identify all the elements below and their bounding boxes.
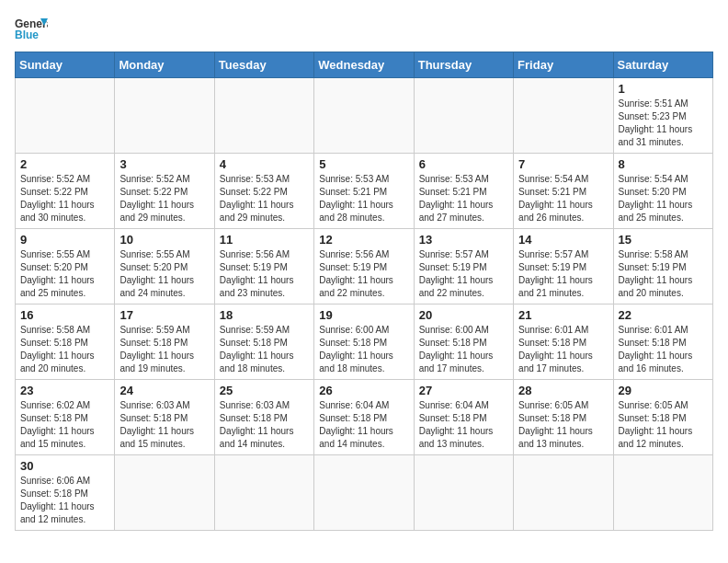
day-number: 4 (220, 157, 309, 171)
calendar-cell: 5Sunrise: 5:53 AM Sunset: 5:21 PM Daylig… (314, 154, 414, 229)
weekday-header-monday: Monday (115, 52, 214, 78)
calendar-cell: 1Sunrise: 5:51 AM Sunset: 5:23 PM Daylig… (613, 78, 712, 154)
logo-icon: General Blue (15, 15, 48, 40)
calendar-cell (214, 78, 313, 154)
day-info: Sunrise: 6:03 AM Sunset: 5:18 PM Dayligh… (119, 399, 209, 451)
week-row-4: 16Sunrise: 5:58 AM Sunset: 5:18 PM Dayli… (16, 304, 713, 380)
calendar-cell (115, 455, 214, 531)
day-info: Sunrise: 6:02 AM Sunset: 5:18 PM Dayligh… (20, 399, 109, 451)
day-info: Sunrise: 5:56 AM Sunset: 5:19 PM Dayligh… (319, 248, 408, 300)
day-number: 21 (518, 308, 608, 322)
day-number: 20 (419, 308, 508, 322)
day-info: Sunrise: 6:05 AM Sunset: 5:18 PM Dayligh… (619, 399, 708, 451)
calendar-cell: 27Sunrise: 6:04 AM Sunset: 5:18 PM Dayli… (414, 380, 513, 455)
day-info: Sunrise: 5:53 AM Sunset: 5:21 PM Dayligh… (319, 173, 408, 224)
day-info: Sunrise: 6:01 AM Sunset: 5:18 PM Dayligh… (619, 324, 708, 375)
day-number: 25 (220, 384, 309, 397)
week-row-5: 23Sunrise: 6:02 AM Sunset: 5:18 PM Dayli… (16, 380, 713, 455)
calendar-cell: 6Sunrise: 5:53 AM Sunset: 5:21 PM Daylig… (414, 154, 513, 229)
calendar-cell: 25Sunrise: 6:03 AM Sunset: 5:18 PM Dayli… (214, 380, 313, 455)
day-info: Sunrise: 5:57 AM Sunset: 5:19 PM Dayligh… (518, 248, 608, 300)
calendar-cell: 7Sunrise: 5:54 AM Sunset: 5:21 PM Daylig… (514, 154, 613, 229)
calendar-cell (514, 455, 613, 531)
calendar-cell (613, 455, 712, 531)
calendar-cell: 21Sunrise: 6:01 AM Sunset: 5:18 PM Dayli… (514, 304, 613, 380)
day-number: 3 (119, 157, 209, 171)
calendar-cell: 10Sunrise: 5:55 AM Sunset: 5:20 PM Dayli… (115, 229, 214, 304)
calendar-cell (314, 455, 414, 531)
calendar-cell (16, 78, 115, 154)
page-header: General Blue (15, 15, 713, 40)
week-row-1: 1Sunrise: 5:51 AM Sunset: 5:23 PM Daylig… (16, 78, 713, 154)
calendar-table: SundayMondayTuesdayWednesdayThursdayFrid… (15, 52, 713, 531)
week-row-3: 9Sunrise: 5:55 AM Sunset: 5:20 PM Daylig… (16, 229, 713, 304)
day-info: Sunrise: 6:00 AM Sunset: 5:18 PM Dayligh… (419, 324, 508, 375)
day-info: Sunrise: 5:59 AM Sunset: 5:18 PM Dayligh… (119, 324, 209, 375)
day-info: Sunrise: 6:06 AM Sunset: 5:18 PM Dayligh… (20, 475, 109, 526)
calendar-cell: 8Sunrise: 5:54 AM Sunset: 5:20 PM Daylig… (613, 154, 712, 229)
calendar-cell: 20Sunrise: 6:00 AM Sunset: 5:18 PM Dayli… (414, 304, 513, 380)
day-number: 23 (20, 384, 109, 397)
weekday-header-saturday: Saturday (613, 52, 712, 78)
calendar-cell: 3Sunrise: 5:52 AM Sunset: 5:22 PM Daylig… (115, 154, 214, 229)
day-info: Sunrise: 5:59 AM Sunset: 5:18 PM Dayligh… (220, 324, 309, 375)
day-info: Sunrise: 5:52 AM Sunset: 5:22 PM Dayligh… (20, 173, 109, 224)
day-info: Sunrise: 5:58 AM Sunset: 5:18 PM Dayligh… (20, 324, 109, 375)
day-number: 12 (319, 233, 408, 247)
calendar-cell (115, 78, 214, 154)
day-info: Sunrise: 5:51 AM Sunset: 5:23 PM Dayligh… (619, 98, 708, 149)
day-number: 8 (619, 157, 708, 171)
calendar-cell: 17Sunrise: 5:59 AM Sunset: 5:18 PM Dayli… (115, 304, 214, 380)
calendar-cell (314, 78, 414, 154)
calendar-cell (414, 455, 513, 531)
calendar-cell (214, 455, 313, 531)
day-number: 30 (20, 459, 109, 473)
day-number: 14 (518, 233, 608, 247)
calendar-cell: 19Sunrise: 6:00 AM Sunset: 5:18 PM Dayli… (314, 304, 414, 380)
day-info: Sunrise: 6:05 AM Sunset: 5:18 PM Dayligh… (518, 399, 608, 451)
weekday-header-friday: Friday (514, 52, 613, 78)
calendar-cell: 24Sunrise: 6:03 AM Sunset: 5:18 PM Dayli… (115, 380, 214, 455)
calendar-cell: 2Sunrise: 5:52 AM Sunset: 5:22 PM Daylig… (16, 154, 115, 229)
calendar-cell: 15Sunrise: 5:58 AM Sunset: 5:19 PM Dayli… (613, 229, 712, 304)
day-number: 10 (119, 233, 209, 247)
calendar-cell: 28Sunrise: 6:05 AM Sunset: 5:18 PM Dayli… (514, 380, 613, 455)
day-number: 5 (319, 157, 408, 171)
weekday-header-row: SundayMondayTuesdayWednesdayThursdayFrid… (16, 52, 713, 78)
logo: General Blue (15, 15, 51, 40)
weekday-header-tuesday: Tuesday (214, 52, 313, 78)
day-info: Sunrise: 6:01 AM Sunset: 5:18 PM Dayligh… (518, 324, 608, 375)
calendar-cell: 11Sunrise: 5:56 AM Sunset: 5:19 PM Dayli… (214, 229, 313, 304)
day-number: 27 (419, 384, 508, 397)
day-number: 7 (518, 157, 608, 171)
calendar-cell: 23Sunrise: 6:02 AM Sunset: 5:18 PM Dayli… (16, 380, 115, 455)
day-info: Sunrise: 5:53 AM Sunset: 5:22 PM Dayligh… (220, 173, 309, 224)
day-info: Sunrise: 5:56 AM Sunset: 5:19 PM Dayligh… (220, 248, 309, 300)
day-number: 13 (419, 233, 508, 247)
day-info: Sunrise: 5:58 AM Sunset: 5:19 PM Dayligh… (619, 248, 708, 300)
day-info: Sunrise: 5:57 AM Sunset: 5:19 PM Dayligh… (419, 248, 508, 300)
calendar-cell: 16Sunrise: 5:58 AM Sunset: 5:18 PM Dayli… (16, 304, 115, 380)
calendar-cell: 30Sunrise: 6:06 AM Sunset: 5:18 PM Dayli… (16, 455, 115, 531)
calendar-cell: 14Sunrise: 5:57 AM Sunset: 5:19 PM Dayli… (514, 229, 613, 304)
day-info: Sunrise: 6:03 AM Sunset: 5:18 PM Dayligh… (220, 399, 309, 451)
day-number: 1 (619, 82, 708, 96)
calendar-cell: 13Sunrise: 5:57 AM Sunset: 5:19 PM Dayli… (414, 229, 513, 304)
day-info: Sunrise: 5:55 AM Sunset: 5:20 PM Dayligh… (20, 248, 109, 300)
day-number: 22 (619, 308, 708, 322)
weekday-header-wednesday: Wednesday (314, 52, 414, 78)
day-info: Sunrise: 6:00 AM Sunset: 5:18 PM Dayligh… (319, 324, 408, 375)
day-number: 19 (319, 308, 408, 322)
day-info: Sunrise: 6:04 AM Sunset: 5:18 PM Dayligh… (419, 399, 508, 451)
day-number: 16 (20, 308, 109, 322)
day-number: 11 (220, 233, 309, 247)
calendar-cell: 22Sunrise: 6:01 AM Sunset: 5:18 PM Dayli… (613, 304, 712, 380)
day-info: Sunrise: 5:55 AM Sunset: 5:20 PM Dayligh… (119, 248, 209, 300)
day-number: 29 (619, 384, 708, 397)
calendar-cell: 4Sunrise: 5:53 AM Sunset: 5:22 PM Daylig… (214, 154, 313, 229)
day-number: 24 (119, 384, 209, 397)
week-row-6: 30Sunrise: 6:06 AM Sunset: 5:18 PM Dayli… (16, 455, 713, 531)
calendar-cell (514, 78, 613, 154)
day-number: 26 (319, 384, 408, 397)
day-info: Sunrise: 5:53 AM Sunset: 5:21 PM Dayligh… (419, 173, 508, 224)
